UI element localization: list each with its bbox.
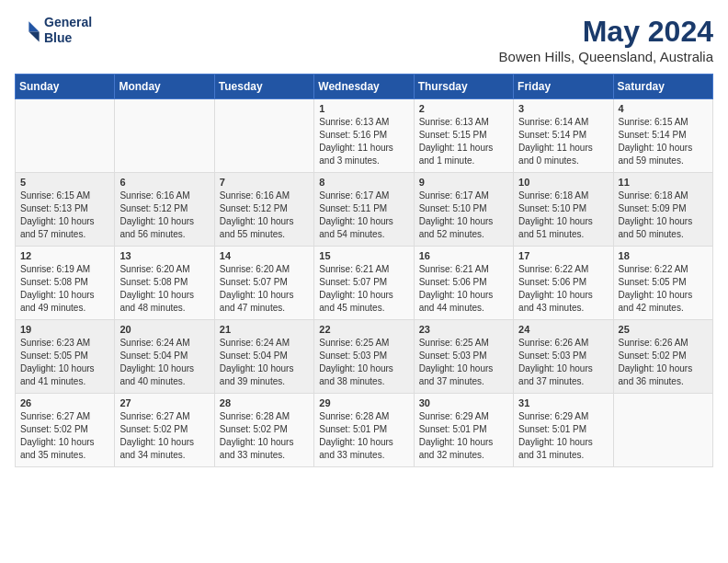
day-info-line: Sunset: 5:07 PM	[319, 277, 387, 287]
calendar-cell: 2Sunrise: 6:13 AMSunset: 5:15 PMDaylight…	[414, 99, 513, 173]
day-info: Sunrise: 6:15 AMSunset: 5:14 PMDaylight:…	[619, 116, 708, 167]
day-info-line: Sunrise: 6:20 AM	[119, 264, 189, 274]
calendar-cell: 26Sunrise: 6:27 AMSunset: 5:02 PMDayligh…	[16, 394, 115, 467]
day-number: 5	[20, 177, 109, 188]
calendar-cell: 15Sunrise: 6:21 AMSunset: 5:07 PMDayligh…	[314, 247, 414, 320]
calendar-cell: 5Sunrise: 6:15 AMSunset: 5:13 PMDaylight…	[16, 173, 115, 247]
calendar-cell: 28Sunrise: 6:28 AMSunset: 5:02 PMDayligh…	[214, 394, 313, 467]
calendar-cell: 8Sunrise: 6:17 AMSunset: 5:11 PMDaylight…	[314, 173, 414, 247]
calendar-cell: 17Sunrise: 6:22 AMSunset: 5:06 PMDayligh…	[514, 247, 613, 320]
calendar-cell	[16, 99, 115, 173]
day-info-line: Sunset: 5:10 PM	[518, 203, 586, 213]
day-info-line: Sunset: 5:12 PM	[119, 203, 188, 213]
day-info-line: Daylight: 10 hours and 36 minutes.	[619, 363, 693, 386]
day-number: 26	[20, 397, 109, 408]
calendar-weekday: Monday	[115, 75, 214, 99]
day-info-line: Sunset: 5:05 PM	[20, 350, 88, 361]
day-info-line: Sunset: 5:14 PM	[619, 130, 687, 140]
calendar-weekday: Thursday	[414, 75, 513, 99]
day-info-line: Daylight: 10 hours and 55 minutes.	[220, 216, 294, 239]
calendar-cell: 18Sunrise: 6:22 AMSunset: 5:05 PMDayligh…	[613, 247, 712, 320]
calendar-week-row: 12Sunrise: 6:19 AMSunset: 5:08 PMDayligh…	[16, 247, 713, 320]
day-info: Sunrise: 6:23 AMSunset: 5:05 PMDaylight:…	[20, 337, 109, 388]
calendar-cell: 30Sunrise: 6:29 AMSunset: 5:01 PMDayligh…	[414, 394, 513, 467]
main-title: May 2024	[499, 15, 713, 49]
day-info-line: Daylight: 10 hours and 50 minutes.	[619, 216, 693, 239]
day-info-line: Sunset: 5:02 PM	[119, 424, 188, 434]
calendar-cell: 13Sunrise: 6:20 AMSunset: 5:08 PMDayligh…	[115, 247, 214, 320]
day-number: 10	[518, 177, 608, 188]
calendar-cell	[613, 394, 712, 467]
day-info-line: Sunrise: 6:23 AM	[20, 338, 90, 348]
day-info-line: Daylight: 10 hours and 35 minutes.	[20, 437, 95, 460]
day-info-line: Daylight: 10 hours and 51 minutes.	[518, 216, 593, 239]
day-info-line: Sunrise: 6:22 AM	[518, 264, 588, 274]
day-info: Sunrise: 6:16 AMSunset: 5:12 PMDaylight:…	[220, 190, 309, 241]
day-info-line: Sunrise: 6:17 AM	[319, 190, 389, 201]
calendar-week-row: 5Sunrise: 6:15 AMSunset: 5:13 PMDaylight…	[16, 173, 713, 247]
day-info-line: Sunset: 5:01 PM	[518, 424, 586, 434]
day-info-line: Daylight: 10 hours and 47 minutes.	[220, 290, 294, 313]
day-info: Sunrise: 6:21 AMSunset: 5:07 PMDaylight:…	[319, 263, 408, 315]
day-info-line: Sunrise: 6:22 AM	[619, 264, 688, 274]
day-info-line: Daylight: 10 hours and 52 minutes.	[419, 216, 494, 239]
day-info-line: Sunrise: 6:14 AM	[518, 117, 588, 127]
day-number: 30	[419, 397, 508, 408]
calendar-cell: 31Sunrise: 6:29 AMSunset: 5:01 PMDayligh…	[514, 394, 613, 467]
day-info-line: Sunrise: 6:26 AM	[518, 338, 588, 348]
day-number: 2	[419, 103, 508, 114]
day-info: Sunrise: 6:22 AMSunset: 5:06 PMDaylight:…	[518, 263, 608, 315]
calendar-body: 1Sunrise: 6:13 AMSunset: 5:16 PMDaylight…	[16, 99, 713, 467]
day-info-line: Sunset: 5:16 PM	[319, 130, 387, 140]
day-info-line: Sunset: 5:07 PM	[220, 277, 288, 287]
day-number: 15	[319, 250, 408, 261]
day-info: Sunrise: 6:17 AMSunset: 5:11 PMDaylight:…	[319, 190, 408, 241]
day-info-line: Daylight: 11 hours and 3 minutes.	[319, 143, 393, 166]
day-number: 9	[419, 177, 508, 188]
day-info-line: Daylight: 10 hours and 44 minutes.	[419, 290, 494, 313]
subtitle: Bowen Hills, Queensland, Australia	[499, 49, 713, 64]
calendar-cell: 14Sunrise: 6:20 AMSunset: 5:07 PMDayligh…	[214, 247, 313, 320]
day-info-line: Sunset: 5:03 PM	[419, 350, 487, 361]
day-info-line: Daylight: 10 hours and 34 minutes.	[119, 437, 194, 460]
day-info-line: Sunset: 5:03 PM	[518, 350, 586, 361]
day-info-line: Sunrise: 6:26 AM	[619, 338, 688, 348]
day-info-line: Sunrise: 6:13 AM	[319, 117, 389, 127]
day-number: 16	[419, 250, 508, 261]
calendar-cell: 1Sunrise: 6:13 AMSunset: 5:16 PMDaylight…	[314, 99, 414, 173]
day-number: 24	[518, 324, 608, 335]
day-info-line: Sunrise: 6:16 AM	[119, 190, 189, 201]
day-info-line: Daylight: 10 hours and 32 minutes.	[419, 437, 494, 460]
day-info: Sunrise: 6:29 AMSunset: 5:01 PMDaylight:…	[518, 410, 608, 462]
calendar-week-row: 1Sunrise: 6:13 AMSunset: 5:16 PMDaylight…	[16, 99, 713, 173]
day-info-line: Sunrise: 6:28 AM	[319, 411, 389, 421]
day-info: Sunrise: 6:24 AMSunset: 5:04 PMDaylight:…	[220, 337, 309, 388]
day-number: 25	[619, 324, 708, 335]
day-info-line: Daylight: 10 hours and 42 minutes.	[619, 290, 693, 313]
day-info-line: Daylight: 11 hours and 0 minutes.	[518, 143, 593, 166]
day-info: Sunrise: 6:18 AMSunset: 5:10 PMDaylight:…	[518, 190, 608, 241]
calendar-cell: 29Sunrise: 6:28 AMSunset: 5:01 PMDayligh…	[314, 394, 414, 467]
day-number: 23	[419, 324, 508, 335]
day-info-line: Sunrise: 6:29 AM	[419, 411, 489, 421]
day-info-line: Sunrise: 6:15 AM	[619, 117, 688, 127]
day-info: Sunrise: 6:24 AMSunset: 5:04 PMDaylight:…	[119, 337, 209, 388]
day-info-line: Sunset: 5:13 PM	[20, 203, 88, 213]
calendar-cell	[115, 99, 214, 173]
day-info-line: Sunset: 5:08 PM	[119, 277, 188, 287]
day-info-line: Sunset: 5:09 PM	[619, 203, 687, 213]
day-info-line: Daylight: 10 hours and 56 minutes.	[119, 216, 194, 239]
day-info-line: Daylight: 10 hours and 57 minutes.	[20, 216, 95, 239]
day-number: 1	[319, 103, 408, 114]
day-info: Sunrise: 6:25 AMSunset: 5:03 PMDaylight:…	[319, 337, 408, 388]
day-info-line: Sunrise: 6:19 AM	[20, 264, 90, 274]
day-info-line: Daylight: 10 hours and 37 minutes.	[518, 363, 593, 386]
calendar-cell: 3Sunrise: 6:14 AMSunset: 5:14 PMDaylight…	[514, 99, 613, 173]
day-number: 8	[319, 177, 408, 188]
calendar-weekday: Saturday	[613, 75, 712, 99]
day-number: 3	[518, 103, 608, 114]
day-number: 18	[619, 250, 708, 261]
day-info-line: Sunset: 5:11 PM	[319, 203, 387, 213]
day-number: 22	[319, 324, 408, 335]
calendar-weekday: Wednesday	[314, 75, 414, 99]
